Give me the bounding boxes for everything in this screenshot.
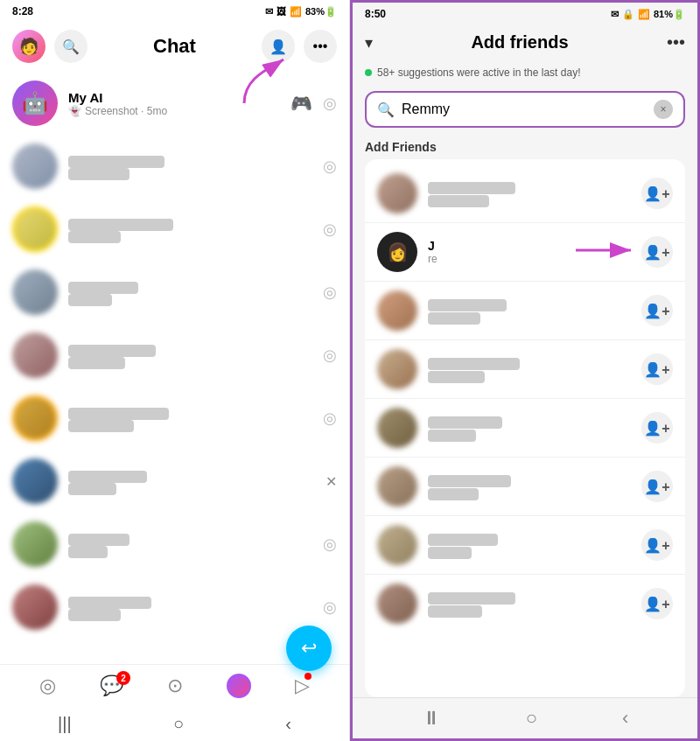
status-icons-right: ✉ 🔒 📶 81%🔋 xyxy=(611,9,685,20)
snap-icon: 👻 xyxy=(68,105,81,117)
add-icon-7: 👤+ xyxy=(644,537,669,554)
right-panel: 8:50 ✉ 🔒 📶 81%🔋 ▾ Add friends ••• 58+ su… xyxy=(350,0,700,741)
friend-name-4 xyxy=(428,355,631,369)
home-button-right[interactable]: ○ xyxy=(526,707,537,730)
friend-info-5 xyxy=(428,414,631,441)
friend-name-6 xyxy=(428,472,631,486)
chat-item-myai[interactable]: 🤖 My AI 👻 Screenshot · 5mo 🎮 ◎ xyxy=(0,72,349,135)
suggestions-text: 58+ suggestions were active in the last … xyxy=(377,66,580,79)
nav-chat[interactable]: 💬 2 xyxy=(100,675,123,697)
myai-name: My AI xyxy=(68,90,280,105)
compose-fab[interactable]: ↩ xyxy=(286,626,332,671)
friend-item-5[interactable]: 👤+ xyxy=(365,398,685,457)
chat-item-6[interactable]: ✕ xyxy=(0,450,349,513)
avatar-8 xyxy=(12,584,58,630)
page-title: Chat xyxy=(96,35,253,58)
header-more-button[interactable]: ••• xyxy=(667,32,685,52)
sub-5 xyxy=(68,420,312,432)
info-5 xyxy=(68,404,312,431)
chat-item-3[interactable]: ◎ xyxy=(0,261,349,324)
info-4 xyxy=(68,341,312,368)
friend-avatar-1 xyxy=(377,173,417,213)
search-button[interactable]: 🔍 xyxy=(54,30,88,63)
friend-avatar-4 xyxy=(377,349,417,389)
friend-item-6[interactable]: 👤+ xyxy=(365,457,685,515)
friend-item-1[interactable]: 👤+ xyxy=(365,164,685,222)
camera-icon: ⊙ xyxy=(167,675,183,697)
search-input[interactable] xyxy=(402,101,647,117)
chat-header: 🧑 🔍 Chat 👤 ••• xyxy=(0,23,349,72)
add-friend-btn-2[interactable]: 👤+ xyxy=(641,236,673,268)
more-button[interactable]: ••• xyxy=(304,30,337,63)
camera-icon-7: ◎ xyxy=(323,535,337,554)
name-2 xyxy=(68,215,312,230)
chat-item-4[interactable]: ◎ xyxy=(0,324,349,387)
pause-button[interactable]: ⏸ xyxy=(422,707,441,730)
info-3 xyxy=(68,278,312,305)
back-button[interactable]: ‹ xyxy=(285,714,291,734)
name-7 xyxy=(68,530,312,545)
avatar-6 xyxy=(12,458,58,504)
avatar-4 xyxy=(12,332,58,378)
chat-list: 🤖 My AI 👻 Screenshot · 5mo 🎮 ◎ ◎ xyxy=(0,72,349,664)
add-friend-btn-5[interactable]: 👤+ xyxy=(641,412,673,444)
friend-name-7 xyxy=(428,531,631,545)
sub-7 xyxy=(68,546,312,558)
add-friend-icon: 👤 xyxy=(270,38,287,55)
avatar-emoji: 🧑 xyxy=(19,37,38,56)
add-icon-1: 👤+ xyxy=(644,185,669,202)
status-icons-left: ✉ 🖼 📶 83%🔋 xyxy=(265,6,337,17)
add-friend-btn-1[interactable]: 👤+ xyxy=(641,178,673,209)
name-4 xyxy=(68,341,312,356)
user-avatar[interactable]: 🧑 xyxy=(12,30,46,63)
chevron-down-icon[interactable]: ▾ xyxy=(365,33,373,52)
add-friend-btn-8[interactable]: 👤+ xyxy=(641,588,673,619)
add-friend-button[interactable]: 👤 xyxy=(262,30,295,63)
friend-item-8[interactable]: 👤+ xyxy=(365,574,685,633)
recents-button[interactable]: ||| xyxy=(58,714,72,734)
battery-right: 81%🔋 xyxy=(654,9,685,20)
compose-icon: ↩ xyxy=(301,637,317,660)
nav-stories[interactable]: ▷ xyxy=(295,675,310,697)
friend-avatar-2: 👩 xyxy=(377,232,417,272)
friend-sub-2: re xyxy=(428,253,631,265)
back-button-right[interactable]: ‹ xyxy=(622,707,628,730)
add-friend-btn-3[interactable]: 👤+ xyxy=(641,295,673,326)
nav-stories-avatar[interactable] xyxy=(227,674,251,698)
friends-list: 👤+ 👩 J re xyxy=(365,159,685,697)
friend-item-7[interactable]: 👤+ xyxy=(365,515,685,574)
chat-item-2[interactable]: ◎ xyxy=(0,198,349,261)
add-friend-btn-4[interactable]: 👤+ xyxy=(641,353,673,385)
myai-info: My AI 👻 Screenshot · 5mo xyxy=(68,90,280,117)
add-friend-btn-6[interactable]: 👤+ xyxy=(641,471,673,502)
chat-item-7[interactable]: ◎ xyxy=(0,513,349,576)
friend-info-8 xyxy=(428,590,631,617)
friend-avatar-5 xyxy=(377,408,417,448)
sub-8 xyxy=(68,609,312,621)
search-icon-right: 🔍 xyxy=(377,101,395,118)
search-box[interactable]: 🔍 × xyxy=(365,91,685,128)
friend-avatar-6 xyxy=(377,466,417,507)
chat-item-1[interactable]: ◎ xyxy=(0,135,349,198)
signal-icon-r: 📶 xyxy=(638,9,650,20)
chat-item-5[interactable]: ◎ xyxy=(0,387,349,450)
add-friend-btn-7[interactable]: 👤+ xyxy=(641,529,673,561)
friend-item-2[interactable]: 👩 J re 👤+ xyxy=(365,222,685,281)
nav-map[interactable]: ◎ xyxy=(39,675,56,697)
name-6 xyxy=(68,467,315,482)
close-icon-1: ✕ xyxy=(326,473,337,490)
friend-item-3[interactable]: 👤+ xyxy=(365,281,685,339)
search-clear-button[interactable]: × xyxy=(654,100,673,119)
friend-item-4[interactable]: 👤+ xyxy=(365,339,685,398)
add-icon-8: 👤+ xyxy=(644,596,669,612)
home-button[interactable]: ○ xyxy=(173,714,184,734)
name-1 xyxy=(68,152,312,167)
green-dot-icon xyxy=(365,69,372,76)
sub-1 xyxy=(68,168,312,180)
avatar-1 xyxy=(12,143,58,189)
nav-camera[interactable]: ⊙ xyxy=(167,675,183,697)
bottom-nav-right: ⏸ ○ ‹ xyxy=(353,697,697,738)
add-friends-title: Add friends xyxy=(380,32,660,52)
friend-sub-6 xyxy=(428,487,631,500)
friend-info-6 xyxy=(428,472,631,500)
